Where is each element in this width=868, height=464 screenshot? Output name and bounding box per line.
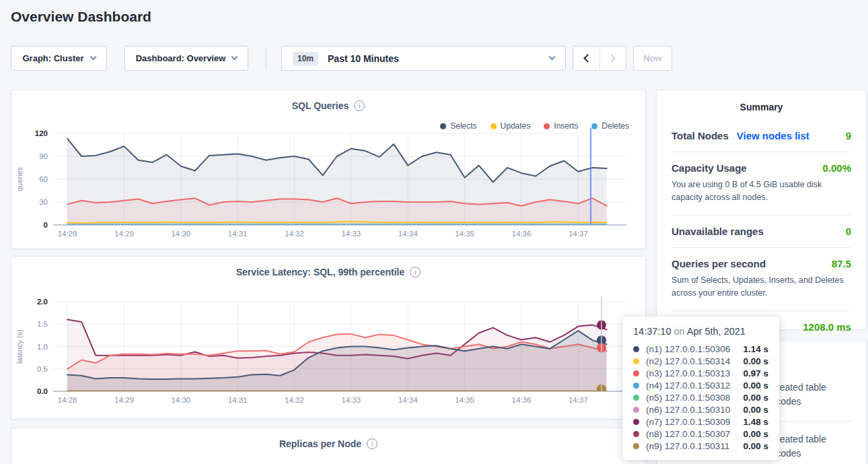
svg-text:14:32: 14:32 <box>285 230 304 238</box>
summary-row-label: Queries per second <box>672 258 766 269</box>
svg-text:queries: queries <box>15 166 24 191</box>
tooltip-node-row: (n9) 127.0.0.1:503110.00 s <box>633 440 768 452</box>
tooltip-node-label: (n1) 127.0.0.1:50306 <box>646 344 743 354</box>
summary-title: Summary <box>657 90 866 112</box>
chart-title: Service Latency: SQL, 99th percentile <box>236 267 405 277</box>
tooltip-node-row: (n5) 127.0.0.1:503080.00 s <box>633 391 768 403</box>
svg-text:90: 90 <box>39 152 48 160</box>
time-nav-arrows <box>573 46 626 71</box>
tooltip-node-value: 0.00 s <box>743 405 768 415</box>
page-title: Overview Dashboard <box>11 9 151 25</box>
tooltip-node-label: (n5) 127.0.0.1:50308 <box>646 393 743 403</box>
tooltip-node-label: (n2) 127.0.0.1:50314 <box>646 356 743 366</box>
toolbar-divider <box>266 47 266 69</box>
tooltip-node-label: (n4) 127.0.0.1:50312 <box>646 380 743 391</box>
node-series-dot-icon <box>633 370 639 376</box>
info-icon[interactable] <box>410 267 421 277</box>
tooltip-node-value: 0.00 s <box>743 393 768 403</box>
tooltip-node-value: 0.00 s <box>743 441 768 451</box>
tooltip-node-value: 0.00 s <box>743 356 768 366</box>
svg-text:14:31: 14:31 <box>228 230 248 238</box>
summary-row-value: 0.00% <box>822 162 851 174</box>
replicas-per-node-card: Replicas per Node <box>11 428 646 464</box>
summary-row: Capacity Usage0.00%You are using 0 B of … <box>672 162 851 205</box>
summary-divider <box>672 215 851 216</box>
node-series-dot-icon <box>633 419 639 425</box>
svg-text:14:34: 14:34 <box>398 396 418 404</box>
service-latency-chart[interactable]: 14:2814:2914:3014:3114:3214:3314:3414:35… <box>11 292 645 414</box>
svg-text:0.5: 0.5 <box>37 365 48 373</box>
tooltip-node-row: (n2) 127.0.0.1:503140.00 s <box>633 355 768 367</box>
summary-row-description: You are using 0 B of 4.5 GiB usable disk… <box>672 178 851 205</box>
graph-dropdown[interactable]: Graph: Cluster <box>11 46 107 71</box>
dashboard-dropdown[interactable]: Dashboard: Overview <box>124 46 248 71</box>
summary-row-label: Unavailable ranges <box>672 226 764 237</box>
chart-title: Replicas per Node <box>279 438 361 449</box>
summary-panel: Summary Total NodesView nodes list9Capac… <box>656 90 867 330</box>
summary-row-value: 0 <box>846 226 851 237</box>
tooltip-node-row: (n6) 127.0.0.1:503100.00 s <box>633 403 768 416</box>
summary-divider <box>672 247 851 248</box>
summary-row-description: Sum of Selects, Updates, Inserts, and De… <box>672 274 851 300</box>
svg-text:2.0: 2.0 <box>37 298 48 306</box>
time-range-label: Past 10 Minutes <box>328 53 399 64</box>
tooltip-node-row: (n7) 127.0.0.1:503091.48 s <box>633 416 768 428</box>
svg-text:1.0: 1.0 <box>37 343 48 351</box>
summary-row: Total NodesView nodes list9 <box>672 130 851 141</box>
tooltip-node-value: 0.97 s <box>743 368 768 378</box>
svg-text:14:35: 14:35 <box>455 396 474 404</box>
svg-text:14:29: 14:29 <box>114 396 134 404</box>
node-series-dot-icon <box>633 407 639 413</box>
svg-text:30: 30 <box>39 198 48 206</box>
next-time-button[interactable] <box>600 46 626 70</box>
node-series-dot-icon <box>633 443 639 449</box>
view-nodes-list-link[interactable]: View nodes list <box>737 130 809 141</box>
svg-text:14:29: 14:29 <box>114 230 134 238</box>
svg-text:14:37: 14:37 <box>569 230 588 238</box>
time-range-badge: 10m <box>293 52 318 65</box>
svg-text:14:36: 14:36 <box>512 230 532 238</box>
summary-row-value: 87.5 <box>832 258 851 269</box>
svg-text:14:34: 14:34 <box>398 230 418 238</box>
summary-row: Queries per second87.5Sum of Selects, Up… <box>672 258 851 300</box>
tooltip-node-label: (n3) 127.0.0.1:50313 <box>646 368 743 378</box>
node-series-dot-icon <box>633 358 639 364</box>
svg-text:14:36: 14:36 <box>512 396 532 404</box>
svg-text:14:37: 14:37 <box>569 396 588 404</box>
chart-title: SQL Queries <box>292 100 349 111</box>
sql-queries-card: SQL Queries SelectsUpdatesInsertsDeletes… <box>11 90 646 249</box>
svg-text:14:32: 14:32 <box>285 396 304 404</box>
info-icon[interactable] <box>354 100 365 111</box>
time-range-picker[interactable]: 10m Past 10 Minutes <box>281 46 566 71</box>
svg-text:14:33: 14:33 <box>341 230 361 238</box>
tooltip-node-row: (n4) 127.0.0.1:503120.00 s <box>633 379 768 391</box>
chevron-down-icon <box>549 54 556 61</box>
tooltip-node-value: 1.14 s <box>743 344 768 354</box>
svg-text:0: 0 <box>44 221 48 229</box>
info-icon[interactable] <box>367 438 377 449</box>
svg-text:latency (s): latency (s) <box>15 329 24 364</box>
tooltip-node-label: (n8) 127.0.0.1:50307 <box>646 429 743 439</box>
summary-divider <box>672 310 851 311</box>
graph-dropdown-label: Graph: Cluster <box>22 53 83 63</box>
svg-text:14:35: 14:35 <box>455 230 474 238</box>
summary-row-label: Capacity Usage <box>672 162 747 174</box>
prev-time-button[interactable] <box>573 46 600 70</box>
summary-row-value: 9 <box>846 130 851 141</box>
summary-row: Unavailable ranges0 <box>672 226 851 237</box>
summary-row-label: Total Nodes <box>672 130 729 141</box>
sql-queries-chart[interactable]: 14:2814:2914:3014:3114:3214:3314:3414:35… <box>11 125 645 245</box>
chevron-down-icon <box>231 54 238 61</box>
tooltip-node-value: 0.00 s <box>743 380 768 391</box>
svg-text:14:30: 14:30 <box>171 230 190 238</box>
tooltip-node-label: (n9) 127.0.0.1:50311 <box>646 441 743 451</box>
tooltip-node-row: (n3) 127.0.0.1:503130.97 s <box>633 367 768 379</box>
svg-text:14:30: 14:30 <box>171 396 190 404</box>
svg-text:14:28: 14:28 <box>58 230 77 238</box>
now-button[interactable]: Now <box>633 46 672 71</box>
svg-text:14:31: 14:31 <box>228 396 248 404</box>
summary-divider <box>672 152 851 152</box>
node-series-dot-icon <box>633 431 639 437</box>
tooltip-node-value: 0.00 s <box>743 429 768 439</box>
chart-hover-tooltip: 14:37:10 on Apr 5th, 2021 (n1) 127.0.0.1… <box>622 317 779 460</box>
